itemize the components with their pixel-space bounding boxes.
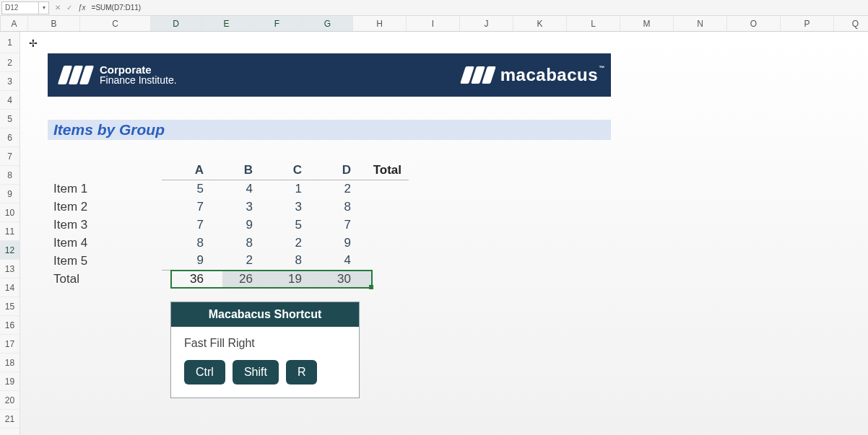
- col-header-P[interactable]: P: [781, 16, 834, 31]
- col-header-F[interactable]: F: [252, 16, 303, 31]
- table-cell[interactable]: 7: [309, 216, 358, 234]
- key-ctrl: Ctrl: [184, 360, 225, 385]
- col-total[interactable]: 36: [162, 270, 211, 288]
- total-label: Total: [53, 270, 162, 288]
- table-cell[interactable]: 9: [309, 234, 358, 252]
- table-cell[interactable]: 9: [211, 216, 260, 234]
- row-header-18[interactable]: 18: [0, 353, 19, 372]
- col-header-E[interactable]: E: [201, 16, 252, 31]
- row-header-14[interactable]: 14: [0, 278, 19, 297]
- row-label: Item 5: [53, 252, 162, 270]
- col-header-I[interactable]: I: [407, 16, 460, 31]
- row-header-4[interactable]: 4: [0, 91, 19, 110]
- table-total-row: Total36261930: [53, 270, 409, 288]
- col-header-L[interactable]: L: [567, 16, 620, 31]
- table-cell[interactable]: 7: [162, 216, 211, 234]
- row-header-20[interactable]: 20: [0, 391, 19, 410]
- worksheet[interactable]: ✢ Corporate Finance Institute. macabacus…: [20, 32, 868, 435]
- table-cell[interactable]: 3: [211, 198, 260, 216]
- row-header-15[interactable]: 15: [0, 297, 19, 316]
- table-cell[interactable]: 8: [260, 252, 309, 270]
- formula-input[interactable]: [90, 1, 868, 14]
- table-cell[interactable]: 8: [162, 234, 211, 252]
- row-header-11[interactable]: 11: [0, 222, 19, 241]
- col-header-D[interactable]: D: [151, 16, 201, 31]
- row-header-3[interactable]: 3: [0, 72, 19, 91]
- table-cell[interactable]: 1: [260, 180, 309, 198]
- col-header-G[interactable]: G: [303, 16, 353, 31]
- section-title: Items by Group: [48, 120, 611, 140]
- col-header-B[interactable]: B: [28, 16, 80, 31]
- row-header-6[interactable]: 6: [0, 128, 19, 147]
- row-header-12[interactable]: 12: [0, 241, 19, 260]
- col-header-O[interactable]: O: [727, 16, 781, 31]
- row-header-13[interactable]: 13: [0, 260, 19, 278]
- key-r: R: [286, 360, 318, 385]
- cell-cursor-icon: ✢: [29, 38, 38, 49]
- row-header-5[interactable]: 5: [0, 110, 19, 128]
- table-cell[interactable]: 4: [309, 252, 358, 270]
- col-header-M[interactable]: M: [620, 16, 674, 31]
- table-col-header: C: [260, 162, 309, 180]
- row-header-10[interactable]: 10: [0, 203, 19, 222]
- col-header-K[interactable]: K: [513, 16, 567, 31]
- table-cell[interactable]: 2: [260, 234, 309, 252]
- cfi-logo-icon: [58, 66, 94, 84]
- col-header-A[interactable]: A: [1, 16, 28, 31]
- macabacus-brand: macabacus ™: [463, 65, 598, 85]
- col-total[interactable]: 26: [211, 270, 260, 288]
- trademark-icon: ™: [599, 65, 606, 71]
- data-table: ABCDTotalItem 15412Item 27338Item 37957I…: [53, 162, 409, 288]
- table-row: Item 27338: [53, 198, 409, 216]
- col-header-C[interactable]: C: [80, 16, 151, 31]
- name-box[interactable]: D12: [1, 1, 39, 14]
- table-cell[interactable]: 8: [211, 234, 260, 252]
- col-total[interactable]: 30: [309, 270, 358, 288]
- table-row: Item 15412: [53, 180, 409, 198]
- row-total: [358, 252, 409, 270]
- row-header-1[interactable]: 1: [0, 32, 19, 53]
- row-header-2[interactable]: 2: [0, 53, 19, 72]
- row-header-21[interactable]: 21: [0, 410, 19, 429]
- row-total: [358, 180, 409, 198]
- table-cell[interactable]: 2: [309, 180, 358, 198]
- col-header-H[interactable]: H: [353, 16, 407, 31]
- row-header-16[interactable]: 16: [0, 316, 19, 335]
- table-cell[interactable]: 7: [162, 198, 211, 216]
- table-cell[interactable]: 5: [162, 180, 211, 198]
- row-label: Item 2: [53, 198, 162, 216]
- row-headers: 123456789101112131415161718192021: [0, 32, 20, 435]
- row-header-7[interactable]: 7: [0, 147, 19, 166]
- col-header-J[interactable]: J: [460, 16, 513, 31]
- row-total: [358, 216, 409, 234]
- confirm-icon[interactable]: ✓: [65, 4, 74, 12]
- table-cell[interactable]: 2: [211, 252, 260, 270]
- table-cell[interactable]: 8: [309, 198, 358, 216]
- table-row: Item 48829: [53, 234, 409, 252]
- row-header-8[interactable]: 8: [0, 166, 19, 185]
- col-header-Q[interactable]: Q: [834, 16, 868, 31]
- table-cell[interactable]: 4: [211, 180, 260, 198]
- formula-bar-icons: ✕ ✓: [53, 4, 74, 12]
- shortcut-keys: CtrlShiftR: [184, 360, 346, 385]
- row-total: [358, 234, 409, 252]
- row-label: Item 3: [53, 216, 162, 234]
- table-col-header: Total: [358, 162, 409, 180]
- cfi-brand-text: Corporate Finance Institute.: [100, 64, 177, 86]
- macabacus-label: macabacus: [500, 65, 598, 84]
- col-header-N[interactable]: N: [674, 16, 727, 31]
- name-box-dropdown[interactable]: ▾: [39, 1, 49, 14]
- cfi-line2: Finance Institute.: [100, 75, 177, 86]
- cancel-icon[interactable]: ✕: [53, 4, 62, 12]
- fx-icon[interactable]: ƒx: [78, 4, 86, 12]
- table-cell[interactable]: 5: [260, 216, 309, 234]
- table-cell[interactable]: 9: [162, 252, 211, 270]
- row-label: Item 1: [53, 180, 162, 198]
- shortcut-card: Macabacus Shortcut Fast Fill Right CtrlS…: [170, 302, 360, 398]
- table-cell[interactable]: 3: [260, 198, 309, 216]
- col-total[interactable]: 19: [260, 270, 309, 288]
- row-header-17[interactable]: 17: [0, 335, 19, 353]
- row-header-19[interactable]: 19: [0, 372, 19, 391]
- cfi-line1: Corporate: [100, 64, 177, 75]
- row-header-9[interactable]: 9: [0, 185, 19, 203]
